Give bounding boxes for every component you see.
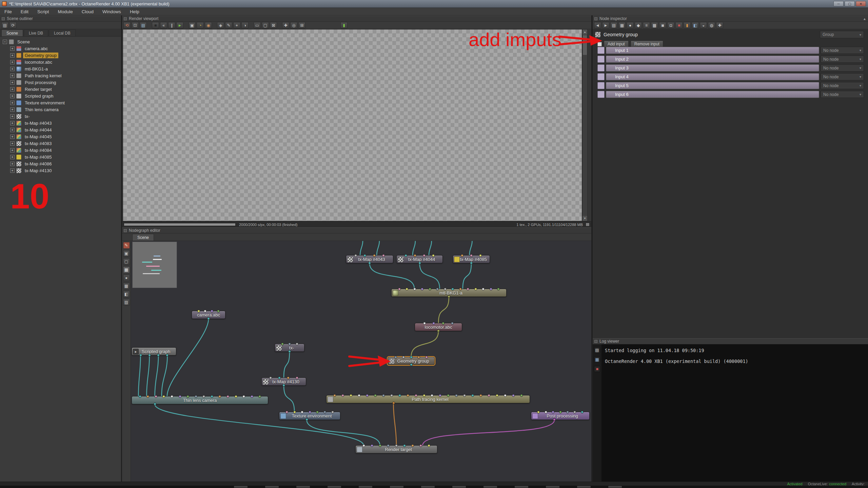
menu-script[interactable]: Script [33, 8, 54, 15]
node-input-pin[interactable] [293, 411, 296, 413]
warning-icon[interactable]: ■ [675, 22, 683, 28]
node-input-pin[interactable] [447, 394, 450, 397]
input-label-bar[interactable]: Input 6 [606, 91, 819, 98]
taskbar-thumbnail[interactable] [265, 486, 279, 488]
node-input-pin[interactable] [354, 254, 357, 257]
node-input-pin[interactable] [496, 394, 498, 397]
node-input-pin[interactable] [470, 254, 473, 257]
node-input-pin[interactable] [520, 394, 523, 397]
expander-icon[interactable]: + [10, 107, 15, 112]
node-output-pin[interactable] [368, 262, 371, 264]
expander-icon[interactable]: + [10, 148, 15, 152]
node-input-pin[interactable] [331, 411, 334, 413]
list-view-icon[interactable]: ≡ [643, 22, 650, 28]
material-preview-icon[interactable]: ● [627, 22, 634, 28]
tree-item-path-tracing-kernel[interactable]: +Path tracing kernel [0, 72, 121, 79]
pick-material-icon[interactable]: ✎ [225, 22, 232, 28]
node-input-pin[interactable] [398, 394, 401, 397]
node-tx-map-4044[interactable]: tx-Map #4044 [396, 255, 443, 263]
save-log-icon[interactable]: ▤ [594, 347, 600, 353]
menu-help[interactable]: Help [125, 8, 144, 15]
display-mode-icon[interactable]: ▣ [189, 22, 196, 28]
node-input-pin[interactable] [362, 444, 365, 447]
node-input-pin[interactable] [258, 395, 261, 398]
expander-icon[interactable]: + [10, 80, 15, 85]
group-selection-icon[interactable]: ▣ [123, 250, 130, 257]
clay-mode-icon[interactable]: ◉ [205, 22, 212, 28]
nodegraph-canvas[interactable]: tx-Map #4043tx-Map #4044tx-Map #4085mtl-… [131, 241, 591, 482]
expander-icon[interactable]: + [10, 46, 15, 51]
node-inspector-header[interactable]: Node inspector ▲ [593, 16, 868, 22]
maximize-button[interactable]: ▢ [845, 1, 855, 6]
node-input-pin[interactable] [281, 343, 284, 345]
viewport-scrollbar[interactable]: ▲ ▼ [582, 29, 588, 221]
node-input-pin[interactable] [537, 411, 540, 413]
node-input-pin[interactable] [479, 254, 482, 257]
taskbar-thumbnail[interactable] [359, 486, 372, 488]
node-input-pin[interactable] [403, 444, 406, 447]
expander-icon[interactable]: − [3, 40, 7, 44]
mesh-preview-icon[interactable]: ◆ [635, 22, 642, 28]
tree-item-camera-abc[interactable]: +camera.abc [0, 45, 121, 52]
taskbar-thumbnail[interactable] [234, 486, 248, 488]
node-input-pin[interactable] [467, 288, 469, 290]
node-input-pin[interactable] [414, 254, 416, 257]
close-button[interactable]: ✕ [856, 1, 866, 6]
node-input-pin[interactable] [423, 322, 426, 325]
tree-item-tx-map-4083[interactable]: +tx-Map #4083 [0, 140, 121, 147]
node-forward-icon[interactable]: ► [602, 22, 609, 28]
tree-item-tx-map-4044[interactable]: +tx-Map #4044 [0, 126, 121, 133]
node-input-pin[interactable] [444, 288, 447, 290]
node-input-pin[interactable] [405, 254, 407, 257]
node-input-pin[interactable] [341, 394, 344, 397]
camera-settings-icon[interactable]: ◧ [692, 22, 699, 28]
sparkle-icon[interactable]: ✚ [716, 22, 723, 28]
node-input-pin[interactable] [497, 288, 500, 290]
node-input-pin[interactable] [442, 322, 445, 325]
node-output-pin[interactable] [470, 262, 473, 264]
node-input-pin[interactable] [287, 377, 290, 379]
restart-frame-icon[interactable]: « [160, 22, 167, 28]
expander-icon[interactable]: + [10, 121, 15, 125]
expander-icon[interactable]: + [10, 67, 15, 71]
node-output-pin[interactable] [437, 329, 440, 332]
node-input-pin[interactable] [479, 394, 482, 397]
render-region-icon[interactable]: ▭ [254, 22, 261, 28]
show-image-icon[interactable]: ▦ [618, 22, 626, 28]
node-input-pin[interactable] [423, 394, 426, 397]
expander-icon[interactable]: + [10, 60, 15, 64]
node-input-pin[interactable] [371, 444, 373, 447]
node-input-pin[interactable] [309, 411, 311, 413]
film-region-icon[interactable]: ▢ [262, 22, 269, 28]
render-viewport-canvas[interactable] [123, 29, 582, 221]
node-input-pin[interactable] [382, 394, 385, 397]
node-input-pin[interactable] [395, 444, 398, 447]
node-output-pin[interactable] [166, 354, 169, 357]
tree-item-tx-map-4084[interactable]: +tx-Map #4084 [0, 147, 121, 154]
menu-edit[interactable]: Edit [16, 8, 33, 15]
expander-icon[interactable]: + [10, 53, 15, 58]
node-input-pin[interactable] [211, 310, 213, 312]
node-input-pin[interactable] [482, 288, 485, 290]
lock-node-icon[interactable]: ▮ [684, 22, 691, 28]
node-input-pin[interactable] [581, 411, 584, 413]
node-input-pin[interactable] [226, 395, 229, 398]
node-output-pin[interactable] [305, 418, 308, 421]
tree-item-tx[interactable]: +tx- [0, 113, 121, 120]
node-input-pin[interactable] [419, 444, 422, 447]
node-input-pin[interactable] [296, 343, 298, 345]
tree-item-scene[interactable]: −Scene [0, 38, 121, 45]
white-balance-icon[interactable]: ◑ [241, 22, 249, 28]
gpu-temperature-icon[interactable]: ▮ [340, 22, 348, 28]
node-input-pin[interactable] [504, 394, 507, 397]
tree-item-tx-map-4130[interactable]: +tx-Map #4130 [0, 167, 121, 174]
link-render-icon[interactable]: ⊡ [132, 22, 139, 28]
expander-icon[interactable]: + [10, 162, 15, 166]
tree-item-tx-map-4043[interactable]: +tx-Map #4043 [0, 120, 121, 126]
node-palette-textures-icon[interactable]: ▩ [123, 283, 130, 289]
node-input-pin[interactable] [410, 356, 413, 359]
node-input-pin[interactable] [195, 395, 197, 398]
node-input-pin[interactable] [451, 322, 454, 325]
node-thin-lens-camera[interactable]: Thin lens camera [132, 396, 268, 404]
node-input-pin[interactable] [278, 377, 281, 379]
